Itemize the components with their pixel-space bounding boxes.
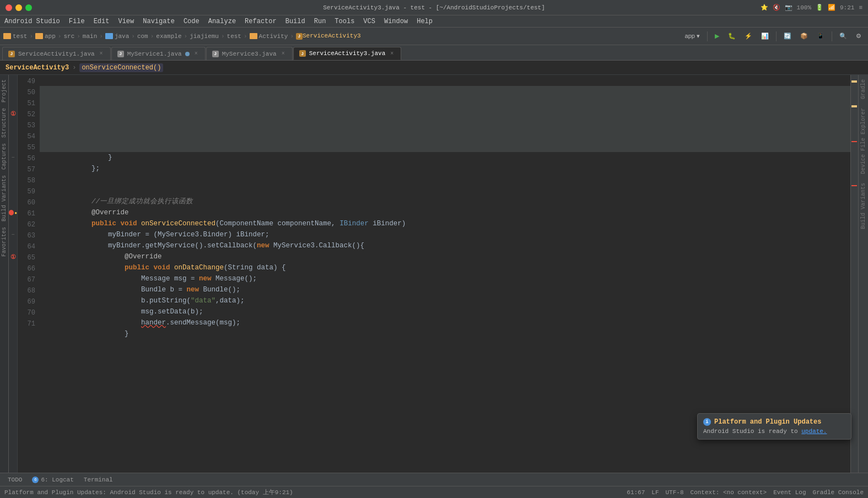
scroll-gutter[interactable] (850, 75, 858, 473)
tab-close-2[interactable]: × (193, 51, 200, 57)
menu-android-studio[interactable]: Android Studio (4, 18, 60, 25)
project-panel-label[interactable]: Project (0, 77, 8, 105)
build-variants-panel-label[interactable]: Build Variants (0, 173, 8, 224)
maximize-button[interactable] (25, 4, 32, 11)
nav-class[interactable]: ServiceActivity3 (6, 64, 69, 72)
event-log-btn[interactable]: Event Log (773, 489, 806, 496)
menu-refactor[interactable]: Refactor (245, 18, 277, 25)
menu-build[interactable]: Build (285, 18, 305, 25)
breadcrumb-com[interactable]: com (137, 33, 148, 40)
code-line-64: @Override (40, 240, 850, 251)
run-config-selector[interactable]: app ▾ (682, 30, 703, 42)
breadcrumb-java[interactable]: java (105, 33, 129, 40)
run-button[interactable]: ▶ (711, 30, 723, 42)
terminal-tab[interactable]: Terminal (79, 474, 117, 485)
status-lf[interactable]: LF (651, 489, 659, 496)
tab-myservice1[interactable]: J MyService1.java × (111, 47, 206, 60)
gutter-decorators: ① − ● − ① (9, 75, 18, 473)
folder-icon-app (35, 33, 43, 39)
code-line-62: myBinder = (MyService3.Binder) iBinder; (40, 218, 850, 229)
profile-button[interactable]: 📊 (758, 30, 772, 42)
menu-tools[interactable]: Tools (335, 18, 354, 25)
code-line-60: @Override (40, 196, 850, 207)
traffic-lights (6, 4, 32, 11)
menu-window[interactable]: Window (384, 18, 408, 25)
avd-manager-button[interactable]: 📱 (813, 30, 828, 42)
ln-59: 59 (18, 186, 35, 197)
sdk-manager-button[interactable]: 📦 (797, 30, 811, 42)
debug-button[interactable]: 🐛 (725, 30, 739, 42)
tab-label-3: MyService3.java (222, 51, 277, 57)
code-line-56: }; (40, 152, 850, 163)
breadcrumb-test[interactable]: test (3, 33, 27, 40)
minimize-button[interactable] (15, 4, 22, 11)
gutter-55 (9, 141, 17, 152)
todo-label: TODO (8, 477, 22, 483)
menu-analyze[interactable]: Analyze (208, 18, 236, 25)
tab-close-1[interactable]: × (98, 51, 105, 57)
coverage-button[interactable]: ⚡ (741, 30, 756, 42)
breadcrumb-main[interactable]: main (83, 33, 97, 40)
menu-file[interactable]: File (69, 18, 85, 25)
folder-icon (3, 33, 11, 39)
tab-myservice3[interactable]: J MyService3.java × (206, 47, 293, 60)
ln-49: 49 (18, 76, 35, 87)
notification-link[interactable]: update. (801, 428, 827, 435)
breadcrumb-test2[interactable]: test (227, 33, 241, 40)
todo-tab[interactable]: TODO (3, 474, 26, 485)
ln-51: 51 (18, 98, 35, 109)
breadcrumb-activity[interactable]: Activity (250, 33, 288, 40)
breadcrumb-src[interactable]: src (63, 33, 74, 40)
nav-method[interactable]: onServiceConnected() (79, 63, 163, 72)
gutter-71 (9, 317, 17, 328)
java-icon-tab1: J (8, 51, 15, 57)
breadcrumb-example[interactable]: example (156, 33, 181, 40)
gutter-65: ① (9, 251, 17, 262)
gradle-console-btn[interactable]: Gradle Console (813, 489, 864, 496)
gradle-tab[interactable]: Gradle (859, 75, 867, 104)
menu-run[interactable]: Run (314, 18, 326, 25)
ln-64: 64 (18, 241, 35, 252)
gutter-69 (9, 295, 17, 306)
menu-vcs[interactable]: VCS (363, 18, 375, 25)
code-line-70: hander.sendMessage(msg); (40, 306, 850, 317)
captures-panel-label[interactable]: Captures (0, 141, 8, 172)
ln-60: 60 (18, 197, 35, 208)
device-file-explorer-tab[interactable]: Device File Explorer (859, 104, 867, 178)
close-button[interactable] (6, 4, 12, 11)
ln-62: 62 (18, 219, 35, 230)
menu-navigate[interactable]: Navigate (143, 18, 175, 25)
code-line-69: msg.setData(b); (40, 295, 850, 306)
separator (707, 31, 708, 41)
code-line-68: b.putString("data",data); (40, 284, 850, 295)
menu-view[interactable]: View (118, 18, 134, 25)
menu-help[interactable]: Help (417, 18, 433, 25)
status-position[interactable]: 61:67 (627, 489, 645, 496)
logcat-tab[interactable]: 6 6: Logcat (28, 474, 78, 485)
tab-close-4[interactable]: × (389, 50, 395, 57)
tab-serviceactivity1[interactable]: J ServiceActivity1.java × (2, 47, 111, 60)
menu-edit[interactable]: Edit (94, 18, 110, 25)
breadcrumb-app[interactable]: app (35, 33, 56, 40)
tab-serviceactivity3[interactable]: J ServiceActivity3.java × (293, 47, 402, 60)
settings-button[interactable]: ⚙ (853, 30, 865, 42)
navigation-bar: ServiceActivity3 › onServiceConnected() (0, 61, 868, 75)
breadcrumb-jiajiemu[interactable]: jiajiemu (190, 33, 219, 40)
gutter-67 (9, 273, 17, 284)
build-variants-tab[interactable]: Build Variants (859, 178, 867, 234)
status-encoding[interactable]: UTF-8 (666, 489, 684, 496)
gutter-fold-63[interactable]: − (9, 229, 17, 240)
search-everywhere-button[interactable]: 🔍 (836, 30, 850, 42)
favorites-panel-label[interactable]: Favorites (0, 225, 8, 259)
structure-panel-label[interactable]: Structure (0, 106, 8, 140)
ln-56: 56 (18, 153, 35, 164)
gutter-fold-56[interactable]: − (9, 152, 17, 163)
tab-close-3[interactable]: × (280, 51, 287, 57)
toolbar: test › app › src › main › java › com › e… (0, 28, 868, 45)
breadcrumb-serviceactivity3[interactable]: JServiceActivity3 (296, 33, 361, 40)
code-line-50: private Handler hander = new Handler(){ (40, 86, 850, 97)
java-file-icon: J (296, 33, 303, 40)
gutter-57 (9, 163, 17, 174)
sync-button[interactable]: 🔄 (780, 30, 795, 42)
menu-code[interactable]: Code (184, 18, 200, 25)
